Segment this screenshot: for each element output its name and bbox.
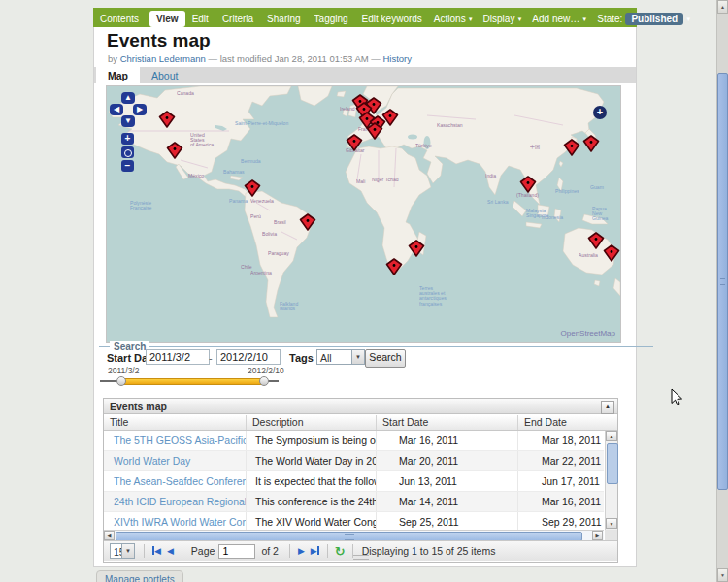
event-description: This conference is the 24th European Reg…: [247, 492, 377, 511]
scroll-left-button[interactable]: ◀: [104, 531, 115, 540]
range-max-label: 2012/2/10: [248, 366, 284, 375]
event-marker-icon[interactable]: [244, 178, 261, 198]
slider-handle-end[interactable]: [259, 376, 269, 386]
scroll-up-button[interactable]: ▲: [606, 431, 617, 441]
toolbar-tab-contents[interactable]: Contents: [93, 11, 146, 27]
pan-south-button[interactable]: ▼: [121, 115, 135, 127]
previous-page-button[interactable]: ◀: [164, 546, 177, 556]
toolbar-tab-criteria[interactable]: Criteria: [215, 11, 260, 27]
actions-menu[interactable]: Actions▼: [429, 11, 479, 27]
event-marker-icon[interactable]: [603, 243, 620, 263]
column-header-title[interactable]: Title: [104, 415, 247, 430]
table-row[interactable]: XIVth IWRA World Water CongressThe XIV W…: [104, 512, 604, 530]
add-new-menu[interactable]: Add new…▼: [527, 11, 592, 27]
date-to-input[interactable]: [216, 349, 281, 365]
range-min-label: 2011/3/2: [108, 366, 139, 375]
toolbar-tab-sharing[interactable]: Sharing: [260, 11, 307, 27]
event-end-date: Sep 29, 2011: [518, 512, 604, 530]
toolbar-tab-tagging[interactable]: Tagging: [308, 11, 355, 27]
first-page-button[interactable]: ◀: [149, 546, 164, 556]
event-title-link[interactable]: World Water Day: [114, 455, 190, 467]
event-marker-icon[interactable]: [166, 141, 183, 160]
page-scrollbar[interactable]: ▲ ▼: [716, 0, 728, 582]
chevron-down-icon: ▼: [516, 16, 522, 22]
column-header-description[interactable]: Description: [247, 415, 377, 430]
collapse-panel-button[interactable]: ▲: [601, 401, 614, 414]
event-end-date: Mar 18, 2011: [518, 431, 604, 450]
toolbar-tab-view[interactable]: View: [149, 11, 185, 27]
event-title-link[interactable]: The Asean-Seafdec Conference on Sustaina…: [114, 475, 247, 487]
tab-about[interactable]: About: [140, 67, 189, 83]
search-legend: Search: [110, 341, 149, 352]
table-vertical-scrollbar[interactable]: ▲ ▼: [605, 431, 617, 530]
search-button[interactable]: Search: [365, 349, 406, 368]
scroll-right-button[interactable]: ▶: [592, 531, 603, 540]
event-start-date: Mar 20, 2011: [377, 451, 518, 470]
select-arrow-icon: ▼: [351, 350, 364, 364]
page-scroll-thumb[interactable]: [717, 73, 728, 490]
event-title-link[interactable]: 24th ICID European Regional Conference: …: [114, 496, 247, 507]
vertical-scroll-thumb[interactable]: [607, 443, 618, 484]
event-marker-icon[interactable]: [519, 175, 537, 194]
manage-portlets-button[interactable]: Manage portlets: [96, 570, 183, 582]
column-header-end-date[interactable]: End Date: [518, 415, 604, 430]
pan-west-button[interactable]: ◀: [110, 104, 123, 115]
tags-label: Tags: [289, 352, 314, 364]
events-map[interactable]: CanadaUnited States of AmericaMéxicoSain…: [106, 85, 621, 343]
next-page-button[interactable]: ▶: [295, 546, 308, 556]
table-horizontal-scrollbar[interactable]: ◀ ▶: [104, 530, 604, 540]
event-description: The Symposium is being organized by the …: [247, 431, 377, 450]
author-link[interactable]: Christian Ledermann: [120, 53, 206, 64]
pan-east-button[interactable]: ▶: [133, 104, 147, 115]
date-from-input[interactable]: [146, 349, 210, 365]
event-marker-icon[interactable]: [299, 212, 316, 232]
resize-grip[interactable]: [353, 555, 369, 560]
map-attribution[interactable]: OpenStreetMap: [561, 329, 615, 338]
maximize-button[interactable]: +: [593, 106, 607, 119]
slider-handle-start[interactable]: [116, 376, 126, 386]
refresh-icon[interactable]: ↻: [333, 544, 347, 559]
display-menu[interactable]: Display▼: [479, 11, 528, 27]
chevron-down-icon: ▼: [581, 16, 587, 22]
modified-timestamp: Jan 28, 2011 01:53 AM: [275, 53, 369, 64]
table-row[interactable]: The 5TH GEOSS Asia-Pacific SymposiumThe …: [104, 431, 604, 451]
event-marker-icon[interactable]: [385, 257, 403, 276]
page-number-input[interactable]: [218, 544, 255, 559]
event-title-link[interactable]: The 5TH GEOSS Asia-Pacific Symposium: [114, 435, 247, 446]
event-start-date: Mar 16, 2011: [377, 431, 518, 450]
event-marker-icon[interactable]: [408, 239, 425, 258]
toolbar-tab-edit-keywords[interactable]: Edit keywords: [355, 11, 429, 27]
last-page-button[interactable]: ▶: [308, 546, 322, 556]
page-scroll-down-button[interactable]: ▼: [717, 568, 728, 582]
chevron-down-icon: ▼: [468, 16, 474, 22]
byline: by Christian Ledermann — last modified J…: [108, 53, 412, 64]
zoom-out-button[interactable]: −: [121, 160, 134, 172]
page-size-select[interactable]: 15 ▼: [110, 543, 135, 559]
event-description: The World Water Day in 2011 is intended …: [247, 451, 377, 470]
panel-header[interactable]: Events map ▲: [104, 399, 617, 414]
table-row[interactable]: 24th ICID European Regional Conference: …: [104, 492, 604, 512]
date-separator: -: [209, 352, 213, 364]
state-menu[interactable]: State:Published▼: [592, 11, 696, 27]
pagination-status: Displaying 1 to 15 of 25 items: [362, 545, 496, 557]
tags-select[interactable]: All ▼: [316, 349, 365, 365]
event-marker-icon[interactable]: [346, 133, 363, 152]
event-marker-icon[interactable]: [158, 110, 176, 129]
date-range-slider[interactable]: [100, 376, 279, 386]
event-marker-icon[interactable]: [563, 138, 580, 157]
event-title-link[interactable]: XIVth IWRA World Water Congress: [114, 516, 247, 528]
table-row[interactable]: World Water DayThe World Water Day in 20…: [104, 451, 604, 471]
column-header-start-date[interactable]: Start Date: [377, 415, 518, 430]
tab-map[interactable]: Map: [96, 67, 140, 83]
toolbar-tab-edit[interactable]: Edit: [185, 11, 215, 27]
zoom-in-button[interactable]: +: [121, 133, 134, 145]
pan-north-button[interactable]: ▲: [121, 92, 135, 104]
page-scroll-up-button[interactable]: ▲: [717, 0, 728, 14]
event-marker-icon[interactable]: [366, 121, 383, 141]
event-marker-icon[interactable]: [582, 134, 600, 153]
history-link[interactable]: History: [382, 53, 412, 64]
select-arrow-icon: ▼: [121, 544, 134, 558]
zoom-world-button[interactable]: [121, 146, 134, 158]
table-row[interactable]: The Asean-Seafdec Conference on Sustaina…: [104, 471, 604, 492]
scroll-down-button[interactable]: ▼: [606, 518, 617, 529]
